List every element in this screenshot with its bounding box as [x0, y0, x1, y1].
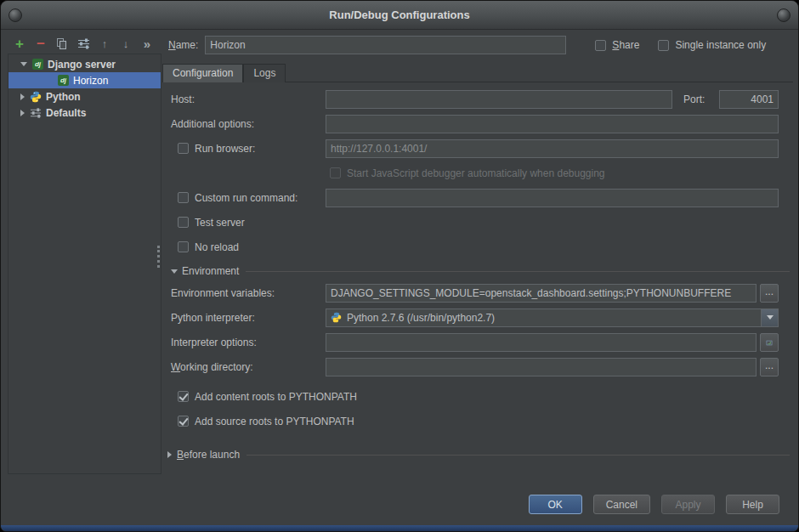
environment-variables-input[interactable]: [326, 284, 756, 303]
tree-item-django-server[interactable]: dj Django server: [8, 56, 161, 72]
collapse-arrow-icon[interactable]: [20, 62, 27, 66]
additional-options-row: Additional options:: [162, 111, 793, 136]
share-checkbox[interactable]: [595, 40, 606, 51]
custom-run-command-checkbox[interactable]: [178, 192, 189, 203]
copy-icon[interactable]: [55, 37, 69, 50]
before-launch-section-header[interactable]: Before launch: [162, 447, 793, 462]
add-source-roots-row: Add source roots to PYTHONPATH: [162, 409, 793, 433]
tree-item-label: Defaults: [46, 107, 86, 119]
tree-toolbar: + − ↑ ↓ »: [13, 34, 154, 53]
test-server-row: Test server: [162, 210, 793, 235]
working-directory-row: Working directory: ...: [162, 354, 793, 379]
environment-variables-browse-button[interactable]: ...: [760, 284, 779, 303]
run-browser-row: Run browser:: [162, 136, 793, 161]
interpreter-options-expand-button[interactable]: [760, 333, 779, 352]
test-server-label: Test server: [195, 217, 245, 229]
single-instance-label: Single instance only: [675, 39, 766, 51]
expand-arrow-icon[interactable]: [20, 110, 25, 116]
window-menu-button[interactable]: [8, 8, 22, 22]
name-label: Name:: [168, 39, 198, 51]
window-close-button[interactable]: [777, 8, 790, 22]
no-reload-checkbox[interactable]: [178, 241, 189, 252]
interpreter-options-row: Interpreter options:: [162, 330, 793, 354]
working-directory-browse-button[interactable]: ...: [760, 358, 779, 376]
tree-item-horizon[interactable]: dj Horizon: [8, 72, 161, 88]
host-input[interactable]: [326, 90, 672, 109]
configurations-tree: dj Django server dj Horizon Python: [8, 54, 162, 474]
interpreter-options-label: Interpreter options:: [171, 337, 326, 348]
before-launch-label: Before launch: [177, 449, 240, 461]
expand-arrow-icon[interactable]: [20, 93, 25, 100]
environment-section-label: Environment: [182, 265, 239, 277]
python-interpreter-value: Python 2.7.6 (/usr/bin/python2.7): [347, 312, 495, 324]
tree-item-defaults[interactable]: Defaults: [8, 105, 161, 121]
titlebar[interactable]: Run/Debug Configurations: [1, 1, 798, 30]
single-instance-checkbox[interactable]: [658, 40, 669, 51]
chevron-down-icon: [767, 315, 774, 320]
add-content-roots-row: Add content roots to PYTHONPATH: [162, 384, 793, 409]
js-debugger-label: Start JavaScript debugger automatically …: [347, 167, 605, 179]
panel-splitter[interactable]: [157, 246, 160, 268]
django-icon: dj: [58, 75, 69, 86]
django-icon: dj: [32, 59, 43, 70]
tab-strip: Configuration Logs: [162, 64, 793, 82]
no-reload-row: No reload: [162, 235, 793, 259]
additional-options-input[interactable]: [326, 115, 779, 133]
name-row: Name: Share Single instance only: [162, 35, 793, 55]
add-content-roots-checkbox[interactable]: [178, 391, 189, 402]
environment-variables-label: Environment variables:: [171, 287, 326, 299]
move-down-icon[interactable]: ↓: [119, 37, 133, 50]
tab-logs[interactable]: Logs: [243, 64, 286, 82]
window-title: Run/Debug Configurations: [329, 8, 469, 21]
tree-item-label: Django server: [48, 59, 116, 71]
custom-run-command-input[interactable]: [326, 189, 779, 207]
environment-section-header[interactable]: Environment: [162, 262, 793, 280]
share-label: Share: [612, 39, 639, 51]
tab-configuration[interactable]: Configuration: [162, 64, 243, 82]
js-debugger-checkbox[interactable]: [330, 167, 341, 178]
working-directory-label: Working directory:: [171, 361, 326, 373]
python-icon: [30, 91, 42, 103]
section-collapse-icon[interactable]: [171, 269, 178, 274]
run-browser-url-input[interactable]: [326, 139, 779, 158]
add-source-roots-label: Add source roots to PYTHONPATH: [195, 416, 354, 427]
defaults-settings-icon: [30, 107, 42, 119]
tree-item-python[interactable]: Python: [8, 88, 161, 105]
run-browser-label: Run browser:: [195, 143, 255, 155]
python-interpreter-row: Python interpreter: Python 2.7.6 (/usr/b…: [162, 305, 793, 330]
python-interpreter-select[interactable]: Python 2.7.6 (/usr/bin/python2.7): [326, 308, 779, 327]
window-bottom-border: [1, 525, 798, 531]
port-input[interactable]: [719, 90, 779, 109]
run-browser-checkbox[interactable]: [178, 143, 189, 154]
ok-button[interactable]: OK: [529, 495, 582, 514]
move-up-icon[interactable]: ↑: [98, 37, 111, 50]
cancel-button[interactable]: Cancel: [593, 495, 650, 514]
dialog-buttons: OK Cancel Apply Help: [529, 495, 779, 514]
more-icon[interactable]: »: [140, 37, 154, 50]
test-server-checkbox[interactable]: [178, 217, 189, 228]
help-button[interactable]: Help: [726, 495, 779, 514]
section-separator-line: [246, 271, 790, 272]
custom-run-command-row: Custom run command:: [162, 185, 793, 210]
apply-button[interactable]: Apply: [661, 495, 715, 514]
host-label: Host:: [171, 93, 326, 105]
section-expand-icon[interactable]: [167, 451, 172, 458]
working-directory-input[interactable]: [326, 358, 756, 376]
interpreter-options-input[interactable]: [326, 333, 756, 352]
host-row: Host: Port:: [162, 87, 793, 111]
section-separator-line: [246, 455, 790, 456]
js-debugger-row: Start JavaScript debugger automatically …: [162, 161, 793, 185]
python-icon: [331, 312, 342, 323]
run-debug-configurations-dialog: Run/Debug Configurations + − ↑ ↓ »: [0, 0, 799, 532]
edit-defaults-icon[interactable]: [76, 37, 90, 50]
environment-variables-row: Environment variables: ...: [162, 280, 793, 305]
combo-dropdown-button[interactable]: [761, 309, 778, 326]
python-interpreter-label: Python interpreter:: [171, 312, 326, 324]
add-source-roots-checkbox[interactable]: [178, 416, 189, 427]
custom-run-command-label: Custom run command:: [195, 192, 298, 204]
tree-item-label: Horizon: [73, 75, 108, 87]
name-input[interactable]: [205, 36, 566, 54]
remove-icon[interactable]: −: [34, 37, 48, 50]
add-icon[interactable]: +: [13, 37, 26, 50]
expand-field-icon: [766, 337, 773, 348]
